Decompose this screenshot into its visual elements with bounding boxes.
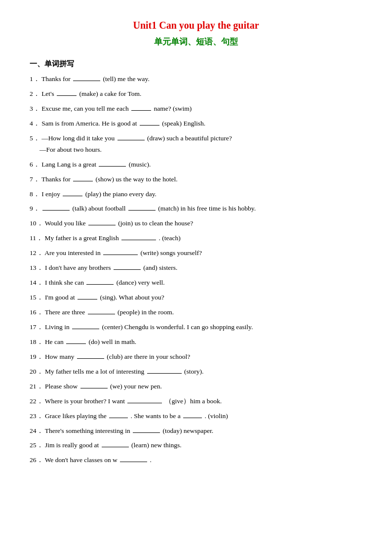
blank xyxy=(78,299,97,299)
item-hint: (today) newspaper. xyxy=(162,427,213,434)
blank xyxy=(88,314,115,314)
item-hint: (learn) new things. xyxy=(131,441,182,449)
item-text: My father tells me a lot of interesting xyxy=(45,368,146,375)
item-num: 8． xyxy=(30,190,40,198)
item-hint: (story). xyxy=(184,368,203,375)
item-num: 13． xyxy=(30,264,43,271)
blank xyxy=(42,210,70,211)
item-text: There's something interesting in xyxy=(45,427,132,434)
item-text: I'm good at xyxy=(45,294,77,301)
item-hint: (do) well in math. xyxy=(88,338,136,345)
item-text: Where is your brother? I want xyxy=(45,397,127,405)
blank xyxy=(77,358,104,359)
item-num: 12． xyxy=(30,249,43,256)
list-item: 11． My father is a great English . (teac… xyxy=(30,233,362,244)
list-item: 1． Thanks for (tell) me the way. xyxy=(30,74,362,85)
item-hint: (we) your new pen. xyxy=(110,383,162,390)
item-text: Would you like xyxy=(45,219,87,227)
item-hint: (music). xyxy=(129,161,151,168)
item-hint: . xyxy=(150,456,152,464)
item-num: 15． xyxy=(30,294,43,301)
item-text: I think she can xyxy=(45,279,85,286)
item-text: I don't have any brothers xyxy=(45,264,113,271)
list-item: 14． I think she can (dance) very well. xyxy=(30,277,362,289)
list-item: 6． Lang Lang is a great (music). xyxy=(30,159,362,171)
list-item: 25． Jim is really good at (learn) new th… xyxy=(30,440,362,451)
item-text: Lang Lang is a great xyxy=(41,161,98,168)
list-item: 20． My father tells me a lot of interest… xyxy=(30,366,362,378)
item-hint: (show) us the way to the hotel. xyxy=(96,175,178,183)
item-hint: (draw) such a beautiful picture? xyxy=(147,134,232,142)
item-hint: (make) a cake for Tom. xyxy=(79,90,142,97)
item-hint: (sing). What about you? xyxy=(100,294,164,301)
list-item: 7． Thanks for (show) us the way to the h… xyxy=(30,174,362,185)
item-text: We don't have classes on w xyxy=(45,456,118,464)
blank xyxy=(63,196,82,196)
list-item: 12． Are you interested in (write) songs … xyxy=(30,248,362,259)
blank xyxy=(133,432,160,433)
list-item: 9． (talk) about football (match) in his … xyxy=(30,203,362,214)
item-text: I enjoy xyxy=(41,190,62,198)
main-title: Unit1 Can you play the guitar xyxy=(30,20,362,31)
item-text: Sam is from America. He is good at xyxy=(41,120,139,127)
item-text: He can xyxy=(45,338,65,345)
item-hint: (talk) about football xyxy=(73,205,127,212)
item-num: 21． xyxy=(30,383,43,390)
item-num: 14． xyxy=(30,279,43,286)
item-hint2: (match) in his free time is his hobby. xyxy=(158,205,256,212)
item-num: 18． xyxy=(30,338,43,345)
blank xyxy=(140,125,159,126)
blank2 xyxy=(128,210,156,211)
item-num: 25． xyxy=(30,441,43,449)
blank xyxy=(114,269,141,270)
sub-answer: —For about two hours. xyxy=(39,144,362,156)
item-text: Thanks for xyxy=(41,175,72,183)
item-num: 17． xyxy=(30,323,43,331)
item-hint: (club) are there in your school? xyxy=(107,353,190,360)
blank xyxy=(80,388,108,388)
blank xyxy=(120,462,147,462)
blank xyxy=(73,181,93,181)
blank xyxy=(102,447,129,447)
item-hint: name? (swim) xyxy=(154,105,192,112)
list-item: 10． Would you like (join) us to clean th… xyxy=(30,218,362,229)
item-text: Jim is really good at xyxy=(45,441,101,449)
item-num: 20． xyxy=(30,368,43,375)
item-hint: （give）him a book. xyxy=(165,397,222,405)
item-text: Thanks for xyxy=(41,75,72,83)
blank xyxy=(131,110,151,111)
item-num: 2． xyxy=(30,90,40,97)
item-hint: (write) songs yourself? xyxy=(140,249,201,256)
item-num: 7． xyxy=(30,175,40,183)
list-item: 26． We don't have classes on w . xyxy=(30,455,362,466)
item-text: Please show xyxy=(45,383,79,390)
blank xyxy=(57,95,77,96)
item-num: 1． xyxy=(30,75,40,83)
item-text: —How long did it take you xyxy=(41,134,117,142)
blank xyxy=(121,240,156,240)
blank2 xyxy=(183,418,202,418)
list-item: 16． There are three (people) in the room… xyxy=(30,307,362,318)
list-item: 15． I'm good at (sing). What about you? xyxy=(30,292,362,303)
blank xyxy=(118,140,145,140)
item-hint2: . (violin) xyxy=(204,412,228,420)
blank xyxy=(109,418,128,418)
item-num: 11． xyxy=(30,234,43,242)
item-text: Are you interested in xyxy=(44,249,102,256)
item-num: 16． xyxy=(30,308,43,316)
list-item: 17． Living in (center) Chengdu is wonder… xyxy=(30,322,362,333)
list-item: 22． Where is your brother? I want （give）… xyxy=(30,396,362,407)
item-num: 9． xyxy=(30,205,40,212)
blank xyxy=(103,255,138,255)
item-hint: (and) sisters. xyxy=(143,264,177,271)
item-hint: . She wants to be a xyxy=(130,412,182,420)
section-1: 一、单词拼写 1． Thanks for (tell) me the way. … xyxy=(30,59,362,466)
item-text: Living in xyxy=(45,323,71,331)
item-hint: (join) us to clean the house? xyxy=(118,219,193,227)
blank xyxy=(72,329,99,329)
list-item: 5． —How long did it take you (draw) such… xyxy=(30,133,362,156)
item-text: Let's xyxy=(41,90,56,97)
blank xyxy=(99,166,126,167)
blank xyxy=(86,284,114,285)
item-num: 4． xyxy=(30,120,40,127)
